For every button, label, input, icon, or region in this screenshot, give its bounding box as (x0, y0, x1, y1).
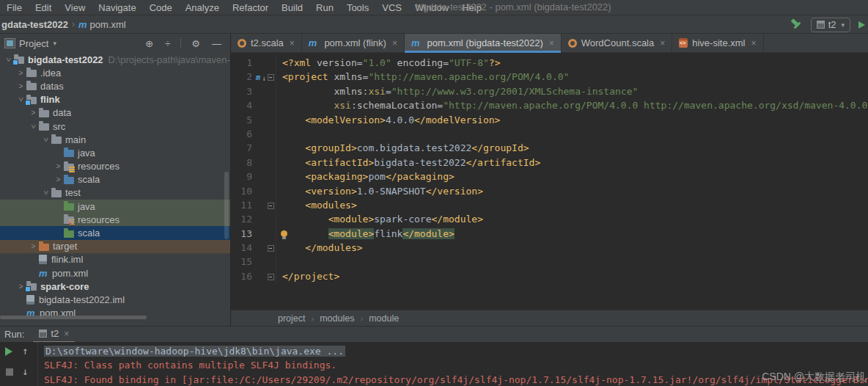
chevron-down-icon[interactable] (40, 189, 51, 197)
tree-row[interactable]: src (0, 120, 230, 133)
close-icon[interactable]: × (64, 329, 69, 339)
code-line[interactable]: 11 <modules> (231, 198, 868, 212)
tree-row[interactable]: test (0, 186, 230, 200)
code-line[interactable]: 10 <version>1.0-SNAPSHOT</version> (231, 184, 868, 198)
menu-item[interactable]: Run (309, 1, 340, 14)
code-line[interactable]: 6 (231, 127, 868, 141)
editor-tab[interactable]: mpom.xml (flink)× (302, 34, 405, 52)
menu-item[interactable]: Edit (29, 1, 58, 14)
down-arrow-icon[interactable]: ↓ (22, 365, 28, 377)
chevron-right-icon[interactable] (28, 109, 39, 117)
editor-tab[interactable]: t2.scala× (231, 34, 302, 52)
tree-row[interactable]: main (0, 133, 230, 146)
breadcrumb-item[interactable]: project (278, 313, 306, 324)
line-number: 3 (231, 84, 256, 98)
close-icon[interactable]: × (751, 38, 757, 48)
menu-item[interactable]: View (58, 1, 92, 14)
tree-row[interactable]: target (0, 240, 230, 253)
chevron-down-icon[interactable] (40, 136, 51, 144)
fold-marker-icon[interactable] (267, 70, 276, 84)
chevron-right-icon[interactable] (28, 242, 39, 250)
menu-item[interactable]: Build (275, 1, 309, 14)
menu-item[interactable]: VCS (375, 1, 408, 14)
chevron-down-icon[interactable]: ▾ (53, 40, 56, 47)
rerun-button[interactable] (5, 347, 12, 356)
tree-row[interactable]: bigdata-test2022.iml (0, 293, 230, 306)
close-icon[interactable]: × (660, 38, 665, 48)
code-line[interactable]: 12 <module>spark-core</module> (231, 212, 868, 226)
tree-row[interactable]: scala (0, 173, 230, 186)
menu-item[interactable]: Tools (340, 1, 375, 14)
run-tab[interactable]: t2 × (33, 327, 75, 343)
editor-tab[interactable]: hive-site.xml× (672, 34, 763, 52)
chevron-right-icon: › (72, 19, 75, 29)
stop-button[interactable] (6, 368, 13, 376)
tree-row[interactable]: flink (0, 93, 230, 106)
chevron-right-icon[interactable] (53, 175, 64, 183)
minimize-icon[interactable]: — (208, 38, 225, 49)
breadcrumb-item[interactable]: modules (320, 313, 354, 324)
tree-row[interactable]: flink.iml (0, 253, 230, 266)
fold-marker-icon[interactable] (267, 269, 276, 283)
run-panel-label: Run: (0, 329, 33, 340)
tree-row[interactable]: java (0, 146, 230, 159)
code-line[interactable]: 1<?xml version="1.0" encoding="UTF-8"?> (231, 56, 868, 70)
chevron-right-icon[interactable] (53, 162, 64, 170)
tree-row[interactable]: datas (0, 79, 230, 92)
run-config-selector[interactable]: t2 ▾ (811, 18, 850, 32)
editor-tab[interactable]: mpom.xml (bigdata-test2022)× (405, 34, 562, 52)
editor-tab[interactable]: WordCount.scala× (562, 34, 673, 52)
app-icon (817, 21, 825, 29)
chevron-down-icon[interactable] (28, 123, 39, 131)
fold-marker-icon[interactable] (267, 241, 276, 255)
tree-row[interactable]: bigdata-test2022D:\projects-path\java\ma… (0, 53, 230, 66)
breadcrumb-item[interactable]: module (369, 313, 399, 324)
gear-icon[interactable]: ⚙ (188, 38, 204, 49)
chevron-right-icon[interactable] (15, 69, 26, 77)
close-icon[interactable]: × (392, 38, 397, 48)
code-line[interactable]: 13 <module>flink</module> (231, 227, 868, 241)
close-icon[interactable]: × (549, 38, 554, 48)
code-line[interactable]: 15 (231, 255, 868, 269)
tree-row[interactable]: data (0, 106, 230, 120)
console-output[interactable]: D:\software\window-hadoop-hive\jdk8\bin\… (38, 342, 868, 386)
run-button[interactable] (858, 21, 865, 29)
tree-row[interactable]: resources (0, 160, 230, 173)
locate-file-icon[interactable]: ⊕ (141, 38, 157, 49)
chevron-right-icon[interactable] (15, 82, 26, 90)
close-icon[interactable]: × (290, 38, 295, 48)
nav-breadcrumb-file[interactable]: pom.xml (90, 19, 126, 30)
up-arrow-icon[interactable]: ↑ (22, 345, 28, 357)
tree-row[interactable]: scala (0, 226, 230, 239)
code-line[interactable]: 9 <packaging>pom</packaging> (231, 170, 868, 183)
tree-row[interactable]: spark-core (0, 280, 230, 293)
tree-row[interactable]: java (0, 200, 230, 213)
project-panel-title[interactable]: Project (19, 38, 48, 49)
menu-item[interactable]: Analyze (179, 1, 226, 14)
horizontal-scrollbar[interactable] (0, 316, 147, 319)
menu-item[interactable]: File (0, 1, 29, 14)
code-text: <module>spark-core</module> (276, 212, 483, 226)
lightbulb-icon[interactable] (281, 230, 287, 237)
vertical-scrollbar[interactable] (224, 172, 229, 239)
menu-item[interactable]: Code (143, 1, 179, 14)
code-line[interactable]: 5 <modelVersion>4.0.0</modelVersion> (231, 113, 868, 127)
collapse-all-icon[interactable]: ÷ (161, 38, 174, 49)
menu-item[interactable]: Navigate (92, 1, 142, 14)
tree-row[interactable]: resources (0, 213, 230, 226)
code-line[interactable]: 14 </modules> (231, 241, 868, 255)
tree-row[interactable]: .idea (0, 66, 230, 79)
build-hammer-icon[interactable] (790, 18, 803, 31)
code-line[interactable]: 4 xsi:schemaLocation="http://maven.apach… (231, 98, 868, 112)
fold-marker-icon[interactable] (267, 198, 276, 212)
nav-breadcrumb-project[interactable]: gdata-test2022 (1, 19, 68, 30)
code-line[interactable]: 3 xmlns:xsi="http://www.w3.org/2001/XMLS… (231, 84, 868, 98)
tree-row[interactable]: pom.xml (0, 266, 230, 280)
code-line[interactable]: 16</project> (231, 269, 868, 283)
code-line[interactable]: 8 <artifactId>bigdata-test2022</artifact… (231, 156, 868, 170)
code-area[interactable]: 1<?xml version="1.0" encoding="UTF-8"?>2… (231, 53, 868, 310)
code-line[interactable]: 7 <groupId>com.bigdata.test2022</groupId… (231, 141, 868, 155)
menu-item[interactable]: Refactor (226, 1, 275, 14)
code-text: <project xmlns="http://maven.apache.org/… (276, 70, 569, 84)
code-line[interactable]: 2<project xmlns="http://maven.apache.org… (231, 70, 868, 84)
